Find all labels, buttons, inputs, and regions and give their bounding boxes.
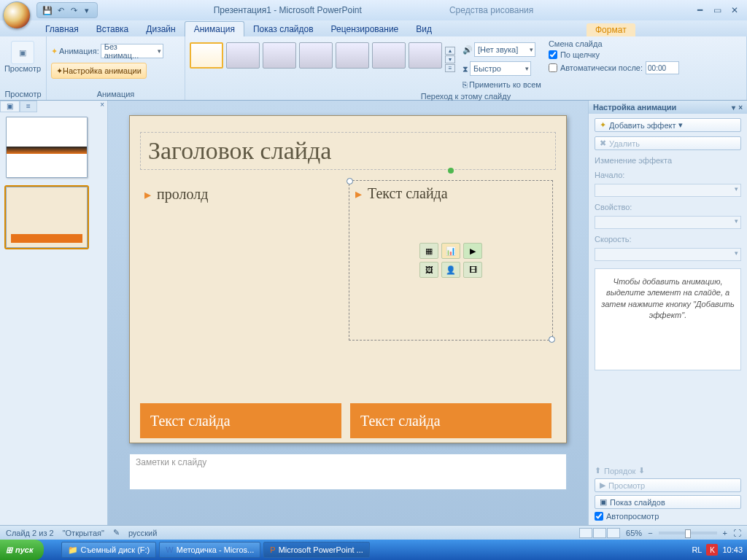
pane-close-icon[interactable]: × [738, 104, 743, 112]
tab-home[interactable]: Главная [36, 22, 88, 36]
transition-gallery[interactable]: ▴ ▾ ≡ [190, 42, 455, 72]
reorder-up-icon[interactable]: ⬆ [595, 466, 601, 475]
reorder-down-icon[interactable]: ⬇ [638, 466, 645, 475]
auto-time-spinner[interactable]: 00:00 [646, 61, 679, 74]
view-sorter-icon[interactable] [593, 528, 606, 538]
antivirus-icon[interactable]: K [706, 544, 718, 556]
slide-canvas[interactable]: Заголовок слайда прололд Текст слайда ▦ … [129, 115, 567, 443]
thumbs-tab-slides[interactable]: ▣ [0, 101, 20, 112]
powerpoint-icon: P [270, 545, 275, 554]
autopreview-checkbox[interactable]: Автопросмотр [595, 512, 741, 521]
tab-slideshow[interactable]: Показ слайдов [244, 22, 322, 36]
title-placeholder[interactable]: Заголовок слайда [140, 132, 556, 170]
remove-effect-button[interactable]: ✖Удалить [595, 136, 741, 150]
redo-icon[interactable]: ↷ [68, 4, 80, 16]
fit-icon[interactable]: ⛶ [733, 529, 741, 537]
pane-title: Настройка анимации ▾ × [589, 101, 747, 114]
clock[interactable]: 10:43 [722, 545, 743, 554]
pane-slideshow-button[interactable]: ▣Показ слайдов [595, 495, 741, 509]
maximize-icon[interactable]: ▭ [711, 5, 724, 15]
status-bar: Слайд 2 из 2 "Открытая" ✎ русский 65% − … [0, 525, 747, 540]
content-placeholder-left[interactable]: прололд [144, 186, 341, 203]
start-button[interactable]: ⊞пуск [0, 540, 44, 560]
thumbs-tab-outline[interactable]: ≡ [20, 101, 37, 112]
tab-view[interactable]: Вид [407, 22, 441, 36]
insert-media-icon[interactable]: 🎞 [463, 262, 482, 278]
speed-combo[interactable]: Быстро [470, 61, 531, 76]
taskbar-item-drive[interactable]: 📁Съемный диск (F:) [61, 542, 157, 558]
undo-icon[interactable]: ↶ [55, 4, 66, 16]
transition-item[interactable] [299, 42, 333, 69]
content-type-icons: ▦ 📊 ▶ 🖼 👤 🎞 [419, 243, 482, 278]
insert-table-icon[interactable]: ▦ [419, 243, 438, 259]
language-indicator[interactable]: русский [128, 529, 157, 537]
titlebar: 💾 ↶ ↷ ▾ Презентация1 - Microsoft PowerPo… [0, 0, 747, 20]
pane-preview-button[interactable]: ▶Просмотр [595, 478, 741, 492]
thumbs-close-icon[interactable]: × [97, 101, 107, 112]
transition-item[interactable] [409, 42, 442, 69]
preview-button[interactable]: ▣ Просмотр [4, 38, 41, 73]
slide-counter: Слайд 2 из 2 [6, 529, 54, 537]
bullet-text: Текст слайда [349, 181, 552, 206]
qat-more-icon[interactable]: ▾ [81, 4, 93, 16]
office-button[interactable] [3, 1, 31, 29]
sound-combo[interactable]: [Нет звука] [474, 42, 535, 57]
gallery-down-icon[interactable]: ▾ [445, 55, 455, 63]
spellcheck-icon[interactable]: ✎ [113, 528, 120, 537]
thumb-2[interactable]: 2 [6, 187, 101, 248]
animation-label: Анимация: [59, 47, 99, 55]
insert-chart-icon[interactable]: 📊 [441, 243, 460, 259]
on-click-checkbox[interactable]: По щелчку [549, 50, 679, 59]
custom-animation-button[interactable]: ✦ Настройка анимации [51, 63, 147, 79]
content-placeholder-right-selected[interactable]: Текст слайда ▦ 📊 ▶ 🖼 👤 🎞 [349, 180, 553, 341]
tab-design[interactable]: Дизайн [137, 22, 184, 36]
view-normal-icon[interactable] [579, 528, 592, 538]
transition-item[interactable] [372, 42, 406, 69]
insert-picture-icon[interactable]: 🖼 [419, 262, 438, 278]
taskbar-item-powerpoint[interactable]: PMicrosoft PowerPoint ... [263, 542, 370, 558]
transition-item[interactable] [226, 42, 260, 69]
title-text: Презентация1 - Microsoft PowerPoint Сред… [0, 5, 747, 15]
notes-pane[interactable]: Заметки к слайду [129, 454, 567, 490]
slide-editor: Заголовок слайда прололд Текст слайда ▦ … [108, 101, 588, 525]
tab-format[interactable]: Формат [587, 23, 635, 36]
pane-dropdown-icon[interactable]: ▾ [732, 104, 735, 112]
add-effect-button[interactable]: ✦Добавить эффект ▾ [595, 118, 741, 132]
view-slideshow-icon[interactable] [607, 528, 620, 538]
auto-after-checkbox[interactable]: Автоматически после: 00:00 [549, 61, 679, 74]
lang-bar[interactable]: RL [692, 545, 702, 554]
insert-clipart-icon[interactable]: 👤 [441, 262, 460, 278]
zoom-out-icon[interactable]: − [648, 529, 652, 537]
thumb-1[interactable]: 1 [6, 117, 101, 178]
gallery-up-icon[interactable]: ▴ [445, 47, 455, 55]
ribbon-tabs: Главная Вставка Дизайн Анимация Показ сл… [0, 20, 747, 36]
apply-all-button[interactable]: ⎘Применить ко всем [462, 80, 541, 89]
taskbar-item-word[interactable]: WМетодичка - Micros... [159, 542, 260, 558]
transition-item[interactable] [336, 42, 369, 69]
animation-combo[interactable]: Без анимац... [101, 44, 163, 58]
slideshow-icon: ▣ [600, 497, 607, 507]
tab-animation[interactable]: Анимация [185, 21, 244, 36]
play-icon: ▶ [600, 481, 605, 490]
save-icon[interactable]: 💾 [42, 4, 53, 16]
tab-review[interactable]: Рецензирование [322, 22, 408, 36]
speed-label: Скорость: [595, 235, 741, 244]
bottom-content-right[interactable]: Текст слайда [350, 403, 551, 438]
tab-insert[interactable]: Вставка [88, 22, 138, 36]
order-label: Порядок [604, 467, 635, 475]
zoom-slider[interactable] [659, 532, 717, 534]
speed-icon: ⧗ [462, 64, 468, 74]
transition-none[interactable] [190, 42, 223, 69]
transition-item[interactable] [263, 42, 296, 69]
rotate-handle[interactable] [448, 168, 454, 174]
minimize-icon[interactable]: ━ [693, 5, 706, 15]
gallery-more-icon[interactable]: ≡ [445, 64, 455, 72]
bottom-content-left[interactable]: Текст слайда [140, 403, 341, 438]
start-combo[interactable] [595, 184, 741, 197]
zoom-in-icon[interactable]: + [723, 529, 727, 537]
speed-combo[interactable] [595, 248, 741, 261]
close-icon[interactable]: ✕ [728, 5, 741, 15]
property-label: Свойство: [595, 203, 741, 211]
property-combo[interactable] [595, 216, 741, 229]
insert-smartart-icon[interactable]: ▶ [463, 243, 482, 259]
